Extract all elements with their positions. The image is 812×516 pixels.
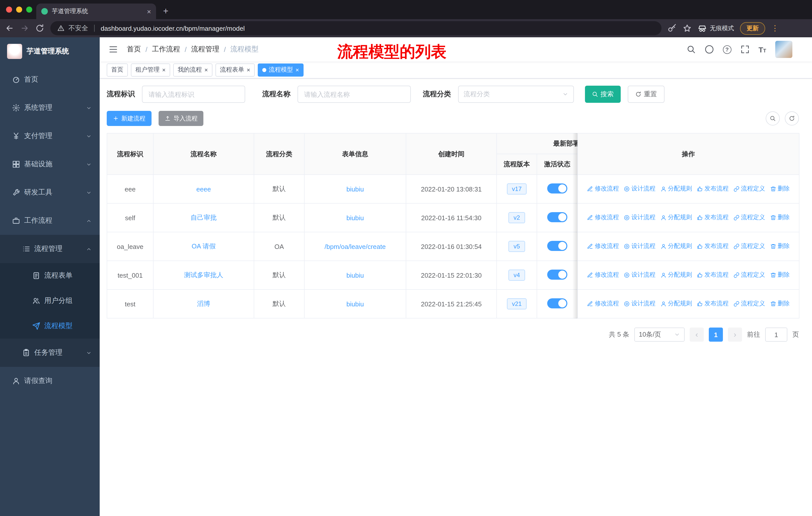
deploy-process-link[interactable]: 发布流程 (697, 271, 729, 279)
breadcrumb-item-workflow[interactable]: 工作流程 (152, 45, 180, 54)
create-process-button[interactable]: 新建流程 (107, 111, 151, 126)
process-definition-link[interactable]: 流程定义 (733, 300, 765, 308)
form-info-link[interactable]: biubiu (346, 185, 364, 193)
minimize-window-button[interactable] (16, 6, 22, 12)
tag-my-process[interactable]: 我的流程 × (173, 63, 212, 76)
sidebar-item-devtools[interactable]: 研发工具 (0, 179, 100, 207)
sidebar-item-payment[interactable]: 支付管理 (0, 122, 100, 150)
user-avatar[interactable] (775, 41, 792, 58)
active-switch[interactable] (547, 269, 567, 279)
delete-process-link[interactable]: 删除 (770, 213, 790, 222)
refresh-list-button[interactable] (785, 111, 799, 126)
sidebar-item-leave-query[interactable]: 请假查询 (0, 367, 100, 395)
sidebar-item-system[interactable]: 系统管理 (0, 94, 100, 122)
search-button[interactable]: 搜索 (585, 86, 621, 103)
active-switch[interactable] (547, 212, 567, 222)
form-info-link[interactable]: /bpm/oa/leave/create (325, 243, 386, 250)
assign-rule-link[interactable]: 分配规则 (660, 213, 692, 222)
sidebar-logo[interactable]: 芋道管理系统 (0, 37, 100, 65)
deploy-process-link[interactable]: 发布流程 (697, 185, 729, 193)
security-label[interactable]: 不安全 (68, 24, 88, 33)
active-switch[interactable] (547, 183, 567, 193)
key-icon[interactable] (668, 24, 676, 33)
fullscreen-icon[interactable] (740, 45, 749, 54)
reload-button[interactable] (35, 24, 44, 33)
process-name-link[interactable]: 滔博 (197, 300, 210, 307)
version-badge[interactable]: v17 (507, 184, 527, 194)
toggle-search-button[interactable] (766, 111, 780, 126)
process-key-input[interactable] (142, 86, 245, 103)
process-category-select[interactable]: 流程分类 (458, 86, 574, 103)
sidebar-item-process-model[interactable]: 流程模型 (0, 314, 100, 338)
process-definition-link[interactable]: 流程定义 (733, 213, 765, 222)
edit-process-link[interactable]: 修改流程 (587, 271, 619, 279)
process-name-link[interactable]: 自己审批 (191, 214, 217, 221)
edit-process-link[interactable]: 修改流程 (587, 242, 619, 251)
design-process-link[interactable]: 设计流程 (624, 242, 656, 251)
url-text[interactable]: dashboard.yudao.iocoder.cn/bpm/manager/m… (101, 24, 245, 32)
edit-process-link[interactable]: 修改流程 (587, 185, 619, 193)
process-name-link[interactable]: eeee (196, 185, 211, 193)
next-page-button[interactable]: › (728, 328, 742, 342)
import-process-button[interactable]: 导入流程 (159, 111, 204, 126)
deploy-process-link[interactable]: 发布流程 (697, 242, 729, 251)
delete-process-link[interactable]: 删除 (770, 300, 790, 308)
tag-tenant-management[interactable]: 租户管理 × (131, 63, 170, 76)
sidebar-toggle-button[interactable] (109, 45, 118, 54)
process-name-link[interactable]: 测试多审批人 (184, 271, 223, 279)
process-name-input[interactable] (297, 86, 411, 103)
sidebar-item-infrastructure[interactable]: 基础设施 (0, 150, 100, 179)
update-button[interactable]: 更新 (740, 22, 765, 34)
browser-menu-button[interactable]: ⋮ (771, 24, 779, 33)
close-icon[interactable]: × (247, 67, 250, 73)
form-info-link[interactable]: biubiu (346, 271, 364, 279)
assign-rule-link[interactable]: 分配规则 (660, 242, 692, 251)
version-badge[interactable]: v4 (509, 270, 525, 281)
help-icon[interactable]: ? (723, 45, 731, 54)
process-definition-link[interactable]: 流程定义 (733, 242, 765, 251)
design-process-link[interactable]: 设计流程 (624, 213, 656, 222)
tag-home[interactable]: 首页 (107, 63, 128, 76)
version-badge[interactable]: v21 (507, 298, 527, 309)
tag-process-form[interactable]: 流程表单 × (215, 63, 255, 76)
version-badge[interactable]: v5 (509, 241, 525, 252)
active-switch[interactable] (547, 298, 567, 308)
back-button[interactable] (5, 24, 14, 33)
deploy-process-link[interactable]: 发布流程 (697, 300, 729, 308)
forward-button[interactable] (20, 24, 29, 33)
deploy-process-link[interactable]: 发布流程 (697, 213, 729, 222)
form-info-link[interactable]: biubiu (346, 300, 364, 308)
edit-process-link[interactable]: 修改流程 (587, 300, 619, 308)
address-bar[interactable]: 不安全 dashboard.yudao.iocoder.cn/bpm/manag… (50, 21, 662, 35)
design-process-link[interactable]: 设计流程 (624, 271, 656, 279)
process-name-link[interactable]: OA 请假 (192, 242, 215, 250)
edit-process-link[interactable]: 修改流程 (587, 213, 619, 222)
breadcrumb-item-process-management[interactable]: 流程管理 (191, 45, 220, 54)
goto-page-input[interactable] (765, 328, 787, 342)
assign-rule-link[interactable]: 分配规则 (660, 300, 692, 308)
sidebar-item-process-management[interactable]: 流程管理 (0, 235, 100, 263)
github-icon[interactable] (704, 45, 714, 54)
page-size-select[interactable]: 10条/页 (634, 328, 685, 342)
reset-button[interactable]: 重置 (628, 86, 665, 103)
active-switch[interactable] (547, 241, 567, 251)
sidebar-item-home[interactable]: 首页 (0, 65, 100, 94)
close-icon[interactable]: × (204, 67, 208, 73)
sidebar-item-task-management[interactable]: 任务管理 (0, 338, 100, 367)
delete-process-link[interactable]: 删除 (770, 271, 790, 279)
sidebar-item-process-form[interactable]: 流程表单 (0, 263, 100, 288)
new-tab-button[interactable]: + (163, 6, 168, 17)
bookmark-star-icon[interactable] (683, 24, 692, 33)
assign-rule-link[interactable]: 分配规则 (660, 271, 692, 279)
page-1-button[interactable]: 1 (709, 328, 723, 342)
sidebar-item-workflow[interactable]: 工作流程 (0, 207, 100, 235)
process-definition-link[interactable]: 流程定义 (733, 271, 765, 279)
breadcrumb-item-home[interactable]: 首页 (127, 45, 141, 54)
font-size-icon[interactable]: TT (758, 45, 766, 54)
form-info-link[interactable]: biubiu (346, 214, 364, 221)
close-window-button[interactable] (6, 6, 12, 12)
delete-process-link[interactable]: 删除 (770, 185, 790, 193)
search-icon[interactable] (687, 45, 695, 54)
prev-page-button[interactable]: ‹ (690, 328, 704, 342)
sidebar-item-user-group[interactable]: 用户分组 (0, 288, 100, 314)
